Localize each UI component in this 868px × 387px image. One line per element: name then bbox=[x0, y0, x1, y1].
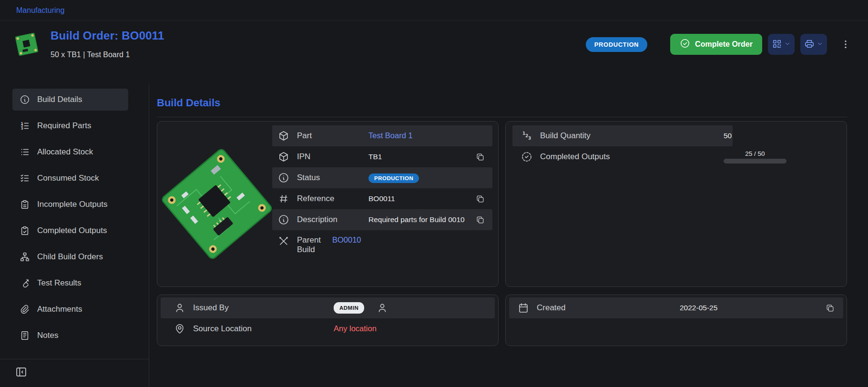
list-icon bbox=[19, 146, 31, 158]
sidebar-item-label: Build Details bbox=[37, 95, 82, 104]
copy-button[interactable] bbox=[473, 192, 487, 205]
copy-button[interactable] bbox=[823, 301, 837, 315]
dots-vertical-menu-button[interactable] bbox=[837, 34, 854, 55]
status-value-cell: PRODUCTION bbox=[368, 173, 487, 183]
detail-label: Status bbox=[297, 173, 368, 183]
status-badge: PRODUCTION bbox=[368, 173, 419, 183]
detail-label: Source Location bbox=[193, 324, 334, 334]
user-icon bbox=[377, 302, 388, 314]
main-content: Build Details bbox=[149, 84, 868, 387]
build-quantity-value: 50 bbox=[724, 131, 726, 141]
print-actions-button[interactable] bbox=[800, 34, 827, 55]
ipn-value: TB1 bbox=[368, 152, 469, 162]
sidebar-item-label: Incomplete Outputs bbox=[37, 200, 107, 209]
detail-row-ipn: IPN TB1 bbox=[272, 146, 492, 167]
copy-button[interactable] bbox=[473, 213, 487, 226]
sidebar-item-required-parts[interactable]: 123 Required Parts bbox=[12, 115, 128, 137]
sidebar-item-label: Attachments bbox=[37, 305, 82, 314]
circle-check-icon bbox=[680, 38, 690, 51]
barcode-actions-button[interactable] bbox=[768, 34, 795, 55]
breadcrumb-manufacturing-link[interactable]: Manufacturing bbox=[16, 6, 64, 14]
sidebar-item-notes[interactable]: Notes bbox=[12, 325, 128, 346]
sidebar-collapse-button[interactable] bbox=[14, 365, 28, 380]
info-circle-icon bbox=[278, 214, 289, 225]
status-badge: PRODUCTION bbox=[586, 37, 647, 52]
title-divider bbox=[157, 117, 847, 117]
progress-check-icon bbox=[521, 151, 532, 163]
build-details-panel: Part Test Board 1 IPN TB1 bbox=[157, 121, 499, 287]
sidebar-item-allocated-stock[interactable]: Allocated Stock bbox=[12, 141, 128, 163]
sidebar-item-attachments[interactable]: Attachments bbox=[12, 298, 128, 320]
breadcrumb: Manufacturing bbox=[0, 0, 868, 20]
sidebar-item-label: Notes bbox=[37, 331, 58, 340]
qr-code-icon bbox=[772, 39, 782, 51]
detail-label: Issued By bbox=[193, 303, 334, 313]
page-body: Build Details 123 Required Parts bbox=[0, 84, 868, 387]
detail-row-source-location: Source Location Any location bbox=[161, 318, 495, 339]
sitemap-icon bbox=[19, 251, 31, 263]
detail-row-reference: Reference BO0011 bbox=[272, 188, 492, 209]
reference-value: BO0011 bbox=[368, 194, 469, 204]
svg-text:3: 3 bbox=[21, 127, 23, 131]
list-numbers-icon: 123 bbox=[19, 120, 31, 132]
progress-bar bbox=[724, 159, 786, 163]
detail-label: Completed Outputs bbox=[540, 152, 724, 162]
sidebar-item-label: Test Results bbox=[37, 278, 82, 288]
detail-row-parent-build: Parent Build BO0010 bbox=[272, 230, 492, 256]
notes-icon bbox=[19, 330, 31, 341]
paperclip-icon bbox=[19, 304, 31, 315]
numbers-123-icon: 123 bbox=[521, 130, 532, 142]
clipboard-check-icon bbox=[19, 225, 31, 236]
hash-icon bbox=[278, 193, 289, 204]
parent-build-link[interactable]: BO0010 bbox=[332, 234, 487, 245]
page-subtitle: 50 x TB1 | Test Board 1 bbox=[51, 51, 164, 59]
detail-label: Description bbox=[297, 215, 368, 224]
printer-icon bbox=[804, 39, 815, 51]
detail-row-description: Description Required parts for Build 001… bbox=[272, 209, 492, 230]
part-link[interactable]: Test Board 1 bbox=[368, 130, 487, 141]
issue-panel: Issued By ADMIN Source Location bbox=[157, 295, 499, 346]
issued-by-value: ADMIN bbox=[334, 302, 489, 314]
sidebar-item-consumed-stock[interactable]: Consumed Stock bbox=[12, 167, 128, 189]
chevron-down-icon bbox=[817, 41, 823, 49]
sidebar: Build Details 123 Required Parts bbox=[0, 84, 149, 387]
dates-panel: Created 2022-05-25 bbox=[505, 295, 847, 346]
header-actions: PRODUCTION Complete Order bbox=[586, 34, 854, 55]
build-quantities-panel: 123 Build Quantity 50 Completed Outputs bbox=[505, 121, 847, 287]
detail-row-build-quantity: 123 Build Quantity 50 bbox=[512, 125, 733, 146]
sidebar-item-completed-outputs[interactable]: Completed Outputs bbox=[12, 220, 128, 242]
box-icon bbox=[278, 130, 289, 142]
detail-label: Reference bbox=[297, 194, 368, 204]
complete-order-label: Complete Order bbox=[695, 40, 753, 49]
build-details-table: Part Test Board 1 IPN TB1 bbox=[272, 125, 492, 283]
created-value: 2022-05-25 bbox=[680, 303, 818, 313]
svg-text:3: 3 bbox=[528, 136, 531, 141]
detail-label: Build Quantity bbox=[540, 131, 724, 141]
sidebar-item-label: Consumed Stock bbox=[37, 173, 99, 183]
page-title: Build Order: BO0011 bbox=[51, 29, 164, 42]
copy-button[interactable] bbox=[473, 150, 487, 163]
detail-row-created: Created 2022-05-25 bbox=[509, 297, 843, 318]
sidebar-item-incomplete-outputs[interactable]: Incomplete Outputs bbox=[12, 194, 128, 215]
box-icon bbox=[278, 151, 289, 163]
part-image[interactable] bbox=[161, 125, 272, 283]
sidebar-item-label: Allocated Stock bbox=[37, 147, 93, 157]
sidebar-footer bbox=[0, 359, 149, 387]
panel-title: Build Details bbox=[157, 97, 847, 109]
chevron-down-icon bbox=[784, 41, 791, 49]
owner-badge: ADMIN bbox=[334, 302, 364, 314]
details-grid: Part Test Board 1 IPN TB1 bbox=[157, 121, 847, 346]
detail-row-part: Part Test Board 1 bbox=[272, 125, 492, 146]
detail-row-status: Status PRODUCTION bbox=[272, 167, 492, 188]
sidebar-item-label: Child Build Orders bbox=[37, 252, 103, 262]
quantities-table: 123 Build Quantity 50 Completed Outputs bbox=[512, 125, 733, 167]
user-icon bbox=[174, 302, 185, 314]
completed-outputs-progress: 25 / 50 bbox=[724, 150, 786, 163]
sidebar-item-test-results[interactable]: Test Results bbox=[12, 272, 128, 294]
detail-label: IPN bbox=[297, 152, 368, 162]
source-location-value: Any location bbox=[334, 323, 489, 334]
complete-order-button[interactable]: Complete Order bbox=[670, 34, 762, 55]
sidebar-item-label: Completed Outputs bbox=[37, 226, 107, 235]
sidebar-item-child-build-orders[interactable]: Child Build Orders bbox=[12, 246, 128, 268]
sidebar-item-build-details[interactable]: Build Details bbox=[12, 89, 128, 111]
